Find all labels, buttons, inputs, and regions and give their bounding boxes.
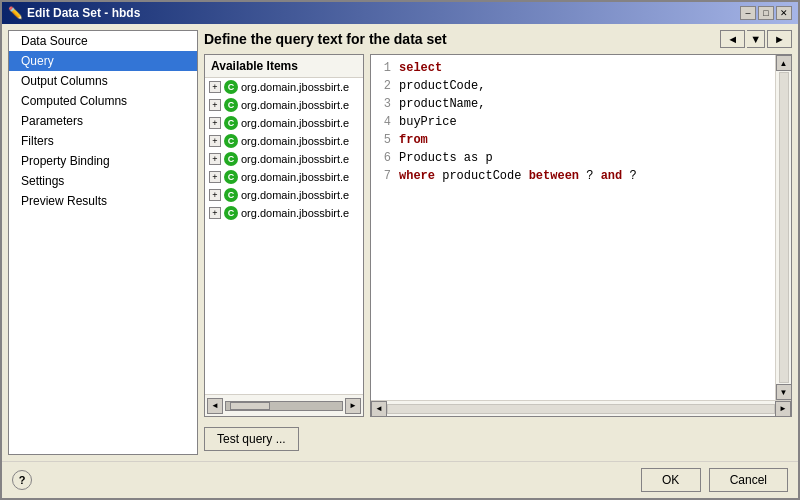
window-footer: ? OK Cancel xyxy=(2,461,798,498)
keyword-token: select xyxy=(399,61,442,75)
back-arrow-icon: ◄ xyxy=(727,33,738,45)
item-class-icon: C xyxy=(224,80,238,94)
minimize-button[interactable]: – xyxy=(740,6,756,20)
nav-back-button[interactable]: ◄ xyxy=(720,30,745,48)
sidebar-item-output-columns[interactable]: Output Columns xyxy=(9,71,197,91)
query-panel: 1select2 productCode,3 productName,4 buy… xyxy=(370,54,792,417)
line-content[interactable]: productCode, xyxy=(399,77,485,95)
plain-token: productName, xyxy=(399,97,485,111)
scroll-down-button[interactable]: ▼ xyxy=(776,384,792,400)
available-item-label: org.domain.jbossbirt.e xyxy=(241,135,349,147)
available-item[interactable]: +Corg.domain.jbossbirt.e xyxy=(205,78,363,96)
test-query-button[interactable]: Test query ... xyxy=(204,427,299,451)
line-number: 2 xyxy=(375,77,391,95)
nav-dropdown-button[interactable]: ▼ xyxy=(747,30,765,48)
available-item[interactable]: +Corg.domain.jbossbirt.e xyxy=(205,168,363,186)
line-content[interactable]: from xyxy=(399,131,428,149)
line-content[interactable]: where productCode between ? and ? xyxy=(399,167,637,185)
expand-button[interactable]: + xyxy=(209,117,221,129)
available-item[interactable]: +Corg.domain.jbossbirt.e xyxy=(205,204,363,222)
line-number: 6 xyxy=(375,149,391,167)
vertical-scrollbar[interactable]: ▲ ▼ xyxy=(775,55,791,400)
window-icon: ✏️ xyxy=(8,6,23,20)
nav-buttons: ◄ ▼ ► xyxy=(720,30,792,48)
test-query-area: Test query ... xyxy=(204,423,792,455)
ok-button[interactable]: OK xyxy=(641,468,701,492)
sidebar-item-settings[interactable]: Settings xyxy=(9,171,197,191)
sidebar-item-filters[interactable]: Filters xyxy=(9,131,197,151)
scroll-right-button[interactable]: ► xyxy=(345,398,361,414)
sidebar-item-property-binding[interactable]: Property Binding xyxy=(9,151,197,171)
code-line: 7where productCode between ? and ? xyxy=(375,167,771,185)
available-item-label: org.domain.jbossbirt.e xyxy=(241,99,349,111)
title-bar: ✏️ Edit Data Set - hbds – □ ✕ xyxy=(2,2,798,24)
footer-right: OK Cancel xyxy=(641,468,788,492)
sidebar: Data SourceQueryOutput ColumnsComputed C… xyxy=(8,30,198,455)
line-number: 4 xyxy=(375,113,391,131)
line-number: 1 xyxy=(375,59,391,77)
footer-left: ? xyxy=(12,470,32,490)
hs-left-button[interactable]: ◄ xyxy=(371,401,387,417)
window-title: Edit Data Set - hbds xyxy=(27,6,140,20)
scroll-track[interactable] xyxy=(225,401,343,411)
query-editor[interactable]: 1select2 productCode,3 productName,4 buy… xyxy=(371,55,775,400)
available-item-label: org.domain.jbossbirt.e xyxy=(241,153,349,165)
sidebar-item-data-source[interactable]: Data Source xyxy=(9,31,197,51)
plain-token: productCode, xyxy=(399,79,485,93)
expand-button[interactable]: + xyxy=(209,207,221,219)
vs-track[interactable] xyxy=(779,72,789,383)
help-button[interactable]: ? xyxy=(12,470,32,490)
plain-token: ? xyxy=(579,169,601,183)
nav-forward-button[interactable]: ► xyxy=(767,30,792,48)
available-item-label: org.domain.jbossbirt.e xyxy=(241,81,349,93)
title-bar-left: ✏️ Edit Data Set - hbds xyxy=(8,6,140,20)
forward-arrow-icon: ► xyxy=(774,33,785,45)
expand-button[interactable]: + xyxy=(209,81,221,93)
close-button[interactable]: ✕ xyxy=(776,6,792,20)
scroll-thumb[interactable] xyxy=(230,402,270,410)
line-content[interactable]: buyPrice xyxy=(399,113,457,131)
line-content[interactable]: Products as p xyxy=(399,149,493,167)
sidebar-item-parameters[interactable]: Parameters xyxy=(9,111,197,131)
keyword-token: and xyxy=(601,169,623,183)
available-item[interactable]: +Corg.domain.jbossbirt.e xyxy=(205,114,363,132)
item-class-icon: C xyxy=(224,98,238,112)
sidebar-item-preview-results[interactable]: Preview Results xyxy=(9,191,197,211)
sidebar-item-query[interactable]: Query xyxy=(9,51,197,71)
scroll-up-button[interactable]: ▲ xyxy=(776,55,792,71)
main-window: ✏️ Edit Data Set - hbds – □ ✕ Data Sourc… xyxy=(0,0,800,500)
scroll-left-button[interactable]: ◄ xyxy=(207,398,223,414)
right-panel: Define the query text for the data set ◄… xyxy=(204,30,792,455)
keyword-token: where xyxy=(399,169,435,183)
maximize-button[interactable]: □ xyxy=(758,6,774,20)
query-h-scrollbar[interactable]: ◄ ► xyxy=(371,400,791,416)
expand-button[interactable]: + xyxy=(209,171,221,183)
expand-button[interactable]: + xyxy=(209,153,221,165)
available-item[interactable]: +Corg.domain.jbossbirt.e xyxy=(205,150,363,168)
line-content[interactable]: select xyxy=(399,59,442,77)
keyword-token: between xyxy=(529,169,579,183)
hs-track[interactable] xyxy=(387,404,775,414)
cancel-button[interactable]: Cancel xyxy=(709,468,788,492)
item-class-icon: C xyxy=(224,188,238,202)
sidebar-item-computed-columns[interactable]: Computed Columns xyxy=(9,91,197,111)
hs-right-button[interactable]: ► xyxy=(775,401,791,417)
content-area: Available Items +Corg.domain.jbossbirt.e… xyxy=(204,54,792,417)
plain-token: ? xyxy=(622,169,636,183)
item-class-icon: C xyxy=(224,116,238,130)
expand-button[interactable]: + xyxy=(209,99,221,111)
plain-token: Products as p xyxy=(399,151,493,165)
item-class-icon: C xyxy=(224,206,238,220)
available-item-label: org.domain.jbossbirt.e xyxy=(241,207,349,219)
expand-button[interactable]: + xyxy=(209,189,221,201)
available-items-list: +Corg.domain.jbossbirt.e+Corg.domain.jbo… xyxy=(205,78,363,394)
expand-button[interactable]: + xyxy=(209,135,221,147)
horizontal-scrollbar[interactable]: ◄ ► xyxy=(205,394,363,416)
line-number: 3 xyxy=(375,95,391,113)
available-item[interactable]: +Corg.domain.jbossbirt.e xyxy=(205,132,363,150)
code-line: 6 Products as p xyxy=(375,149,771,167)
available-item[interactable]: +Corg.domain.jbossbirt.e xyxy=(205,96,363,114)
line-content[interactable]: productName, xyxy=(399,95,485,113)
line-number: 7 xyxy=(375,167,391,185)
available-item[interactable]: +Corg.domain.jbossbirt.e xyxy=(205,186,363,204)
